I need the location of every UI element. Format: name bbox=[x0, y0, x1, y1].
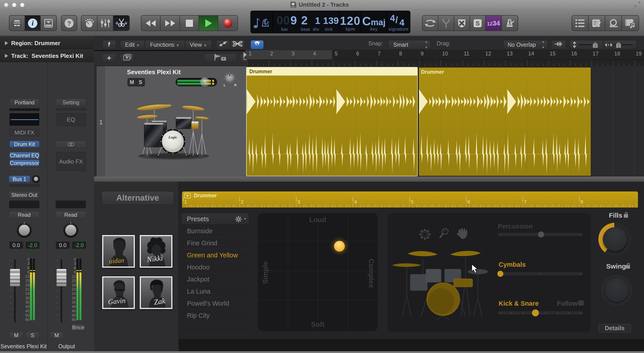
svg-text:i: i bbox=[32, 19, 34, 27]
svg-text:Zak: Zak bbox=[154, 297, 166, 306]
svg-text:aidan: aidan bbox=[109, 256, 124, 265]
svg-text:Nikki: Nikki bbox=[146, 254, 163, 264]
svg-text:PROJ: PROJ bbox=[291, 6, 296, 8]
svg-text:L: L bbox=[224, 83, 226, 87]
svg-text:R: R bbox=[234, 83, 236, 87]
svg-text:?: ? bbox=[67, 20, 71, 27]
svg-text:Gavin: Gavin bbox=[108, 296, 126, 306]
svg-text:S: S bbox=[476, 20, 480, 27]
svg-text:Logic: Logic bbox=[168, 135, 177, 139]
